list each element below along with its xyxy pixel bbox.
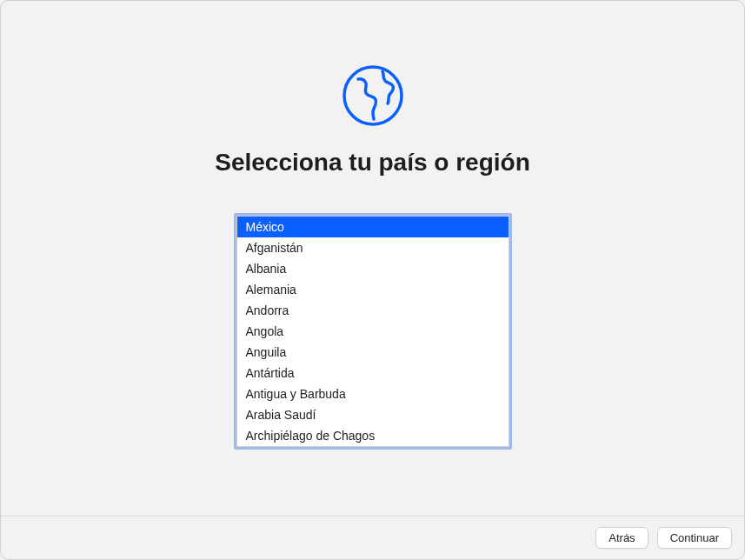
country-list-item[interactable]: Andorra [237, 300, 509, 321]
setup-window: Selecciona tu país o región MéxicoAfgani… [0, 0, 745, 560]
country-list-item[interactable]: México [237, 217, 509, 237]
country-list-item[interactable]: Albania [237, 258, 509, 279]
continue-button[interactable]: Continuar [657, 527, 732, 549]
country-list-item[interactable]: Angola [237, 321, 509, 342]
country-list-item[interactable]: Anguila [237, 342, 509, 363]
country-list-item[interactable]: Afganistán [237, 237, 509, 258]
back-button[interactable]: Atrás [595, 527, 648, 549]
country-list-item[interactable]: Antigua y Barbuda [237, 383, 509, 404]
globe-icon [341, 63, 405, 128]
footer-bar: Atrás Continuar [1, 516, 744, 559]
country-list[interactable]: MéxicoAfganistánAlbaniaAlemaniaAndorraAn… [234, 213, 512, 450]
country-list-item[interactable]: Alemania [237, 279, 509, 300]
country-list-item[interactable]: Arabia Saudí [237, 404, 509, 425]
country-list-item[interactable]: Antártida [237, 363, 509, 383]
country-list-item[interactable]: Archipiélago de Chagos [237, 425, 509, 446]
main-content: Selecciona tu país o región MéxicoAfgani… [1, 1, 744, 516]
page-title: Selecciona tu país o región [215, 149, 530, 177]
